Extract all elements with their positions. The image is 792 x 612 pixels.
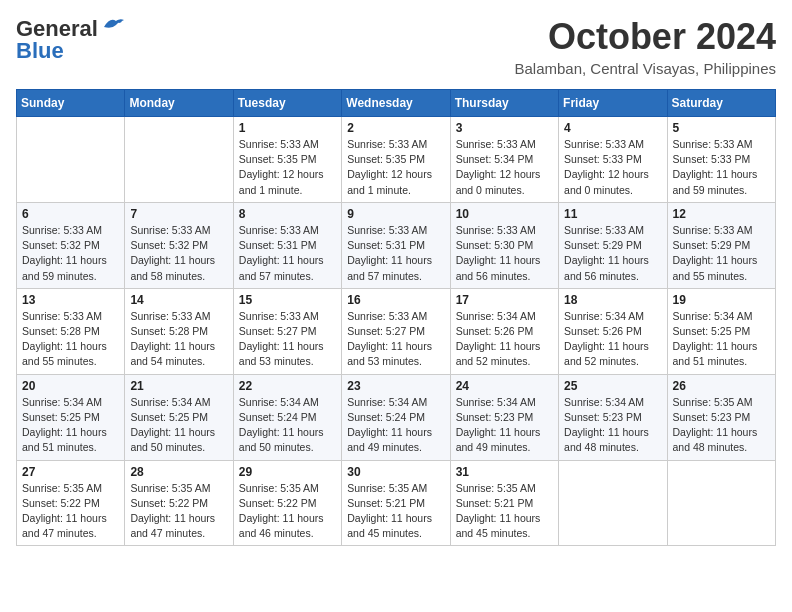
day-cell: 29Sunrise: 5:35 AMSunset: 5:22 PMDayligh…: [233, 460, 341, 546]
day-info: Sunrise: 5:35 AMSunset: 5:22 PMDaylight:…: [130, 481, 227, 542]
week-row-2: 6Sunrise: 5:33 AMSunset: 5:32 PMDaylight…: [17, 202, 776, 288]
week-row-3: 13Sunrise: 5:33 AMSunset: 5:28 PMDayligh…: [17, 288, 776, 374]
day-info: Sunrise: 5:35 AMSunset: 5:21 PMDaylight:…: [347, 481, 444, 542]
day-cell: 23Sunrise: 5:34 AMSunset: 5:24 PMDayligh…: [342, 374, 450, 460]
col-header-thursday: Thursday: [450, 90, 558, 117]
day-cell: 27Sunrise: 5:35 AMSunset: 5:22 PMDayligh…: [17, 460, 125, 546]
day-info: Sunrise: 5:33 AMSunset: 5:34 PMDaylight:…: [456, 137, 553, 198]
day-cell: 20Sunrise: 5:34 AMSunset: 5:25 PMDayligh…: [17, 374, 125, 460]
day-number: 19: [673, 293, 770, 307]
day-cell: 8Sunrise: 5:33 AMSunset: 5:31 PMDaylight…: [233, 202, 341, 288]
day-number: 6: [22, 207, 119, 221]
col-header-saturday: Saturday: [667, 90, 775, 117]
day-cell: 1Sunrise: 5:33 AMSunset: 5:35 PMDaylight…: [233, 117, 341, 203]
day-cell: [17, 117, 125, 203]
day-info: Sunrise: 5:34 AMSunset: 5:26 PMDaylight:…: [564, 309, 661, 370]
day-info: Sunrise: 5:34 AMSunset: 5:25 PMDaylight:…: [130, 395, 227, 456]
day-info: Sunrise: 5:33 AMSunset: 5:31 PMDaylight:…: [347, 223, 444, 284]
day-cell: 21Sunrise: 5:34 AMSunset: 5:25 PMDayligh…: [125, 374, 233, 460]
day-cell: 9Sunrise: 5:33 AMSunset: 5:31 PMDaylight…: [342, 202, 450, 288]
day-cell: 4Sunrise: 5:33 AMSunset: 5:33 PMDaylight…: [559, 117, 667, 203]
day-cell: 13Sunrise: 5:33 AMSunset: 5:28 PMDayligh…: [17, 288, 125, 374]
day-number: 23: [347, 379, 444, 393]
day-info: Sunrise: 5:34 AMSunset: 5:24 PMDaylight:…: [347, 395, 444, 456]
day-cell: 15Sunrise: 5:33 AMSunset: 5:27 PMDayligh…: [233, 288, 341, 374]
month-title: October 2024: [514, 16, 776, 58]
day-info: Sunrise: 5:33 AMSunset: 5:31 PMDaylight:…: [239, 223, 336, 284]
day-info: Sunrise: 5:33 AMSunset: 5:32 PMDaylight:…: [130, 223, 227, 284]
day-number: 4: [564, 121, 661, 135]
day-info: Sunrise: 5:33 AMSunset: 5:27 PMDaylight:…: [239, 309, 336, 370]
day-cell: 12Sunrise: 5:33 AMSunset: 5:29 PMDayligh…: [667, 202, 775, 288]
title-block: October 2024 Balamban, Central Visayas, …: [514, 16, 776, 77]
col-header-wednesday: Wednesday: [342, 90, 450, 117]
day-number: 15: [239, 293, 336, 307]
day-cell: [667, 460, 775, 546]
day-info: Sunrise: 5:35 AMSunset: 5:23 PMDaylight:…: [673, 395, 770, 456]
day-cell: 17Sunrise: 5:34 AMSunset: 5:26 PMDayligh…: [450, 288, 558, 374]
day-number: 29: [239, 465, 336, 479]
day-number: 10: [456, 207, 553, 221]
day-number: 5: [673, 121, 770, 135]
day-number: 12: [673, 207, 770, 221]
logo-bird-icon: [102, 17, 124, 35]
logo: General Blue: [16, 16, 124, 64]
location: Balamban, Central Visayas, Philippines: [514, 60, 776, 77]
week-row-4: 20Sunrise: 5:34 AMSunset: 5:25 PMDayligh…: [17, 374, 776, 460]
day-cell: 30Sunrise: 5:35 AMSunset: 5:21 PMDayligh…: [342, 460, 450, 546]
calendar-table: SundayMondayTuesdayWednesdayThursdayFrid…: [16, 89, 776, 546]
day-cell: 28Sunrise: 5:35 AMSunset: 5:22 PMDayligh…: [125, 460, 233, 546]
day-cell: 25Sunrise: 5:34 AMSunset: 5:23 PMDayligh…: [559, 374, 667, 460]
day-number: 13: [22, 293, 119, 307]
day-info: Sunrise: 5:34 AMSunset: 5:24 PMDaylight:…: [239, 395, 336, 456]
day-number: 20: [22, 379, 119, 393]
day-info: Sunrise: 5:34 AMSunset: 5:23 PMDaylight:…: [564, 395, 661, 456]
day-number: 11: [564, 207, 661, 221]
day-info: Sunrise: 5:33 AMSunset: 5:29 PMDaylight:…: [673, 223, 770, 284]
day-info: Sunrise: 5:33 AMSunset: 5:33 PMDaylight:…: [673, 137, 770, 198]
day-info: Sunrise: 5:35 AMSunset: 5:22 PMDaylight:…: [239, 481, 336, 542]
logo-blue: Blue: [16, 38, 64, 64]
day-number: 25: [564, 379, 661, 393]
day-cell: 6Sunrise: 5:33 AMSunset: 5:32 PMDaylight…: [17, 202, 125, 288]
day-cell: 16Sunrise: 5:33 AMSunset: 5:27 PMDayligh…: [342, 288, 450, 374]
day-cell: 22Sunrise: 5:34 AMSunset: 5:24 PMDayligh…: [233, 374, 341, 460]
day-info: Sunrise: 5:33 AMSunset: 5:28 PMDaylight:…: [22, 309, 119, 370]
day-cell: 19Sunrise: 5:34 AMSunset: 5:25 PMDayligh…: [667, 288, 775, 374]
col-header-sunday: Sunday: [17, 90, 125, 117]
day-cell: 7Sunrise: 5:33 AMSunset: 5:32 PMDaylight…: [125, 202, 233, 288]
day-info: Sunrise: 5:33 AMSunset: 5:28 PMDaylight:…: [130, 309, 227, 370]
day-cell: 10Sunrise: 5:33 AMSunset: 5:30 PMDayligh…: [450, 202, 558, 288]
day-number: 28: [130, 465, 227, 479]
day-cell: 26Sunrise: 5:35 AMSunset: 5:23 PMDayligh…: [667, 374, 775, 460]
day-info: Sunrise: 5:33 AMSunset: 5:29 PMDaylight:…: [564, 223, 661, 284]
day-number: 16: [347, 293, 444, 307]
day-info: Sunrise: 5:33 AMSunset: 5:35 PMDaylight:…: [239, 137, 336, 198]
col-header-friday: Friday: [559, 90, 667, 117]
day-info: Sunrise: 5:34 AMSunset: 5:25 PMDaylight:…: [673, 309, 770, 370]
day-number: 22: [239, 379, 336, 393]
day-info: Sunrise: 5:34 AMSunset: 5:26 PMDaylight:…: [456, 309, 553, 370]
day-number: 14: [130, 293, 227, 307]
col-header-tuesday: Tuesday: [233, 90, 341, 117]
day-info: Sunrise: 5:33 AMSunset: 5:30 PMDaylight:…: [456, 223, 553, 284]
day-cell: 31Sunrise: 5:35 AMSunset: 5:21 PMDayligh…: [450, 460, 558, 546]
day-cell: 14Sunrise: 5:33 AMSunset: 5:28 PMDayligh…: [125, 288, 233, 374]
day-number: 17: [456, 293, 553, 307]
week-row-1: 1Sunrise: 5:33 AMSunset: 5:35 PMDaylight…: [17, 117, 776, 203]
day-cell: [125, 117, 233, 203]
day-cell: 5Sunrise: 5:33 AMSunset: 5:33 PMDaylight…: [667, 117, 775, 203]
day-info: Sunrise: 5:33 AMSunset: 5:27 PMDaylight:…: [347, 309, 444, 370]
day-number: 9: [347, 207, 444, 221]
day-number: 24: [456, 379, 553, 393]
col-header-monday: Monday: [125, 90, 233, 117]
day-info: Sunrise: 5:33 AMSunset: 5:33 PMDaylight:…: [564, 137, 661, 198]
day-number: 7: [130, 207, 227, 221]
day-number: 26: [673, 379, 770, 393]
day-info: Sunrise: 5:35 AMSunset: 5:22 PMDaylight:…: [22, 481, 119, 542]
day-cell: 2Sunrise: 5:33 AMSunset: 5:35 PMDaylight…: [342, 117, 450, 203]
day-info: Sunrise: 5:34 AMSunset: 5:23 PMDaylight:…: [456, 395, 553, 456]
day-number: 8: [239, 207, 336, 221]
day-info: Sunrise: 5:33 AMSunset: 5:35 PMDaylight:…: [347, 137, 444, 198]
day-number: 18: [564, 293, 661, 307]
